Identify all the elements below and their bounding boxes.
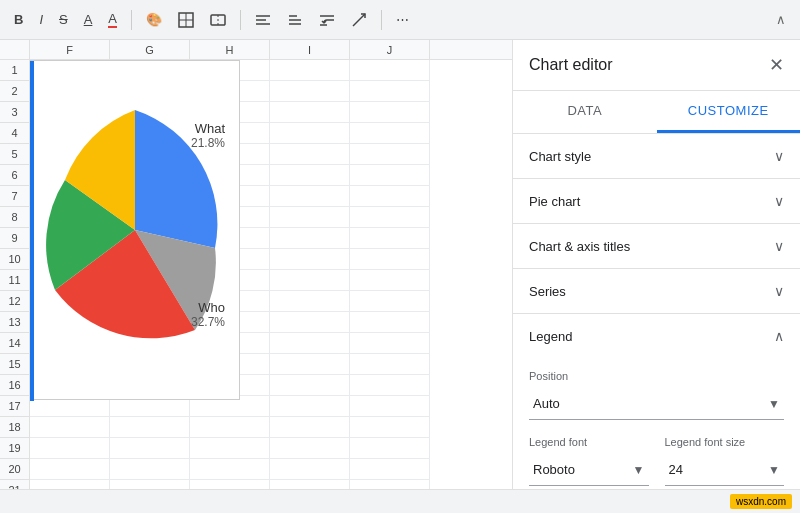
row-header-6[interactable]: 6 — [0, 165, 30, 186]
grid-cell[interactable] — [270, 354, 350, 375]
row-header-21[interactable]: 21 — [0, 480, 30, 489]
more-button[interactable]: ⋯ — [390, 8, 415, 31]
grid-cell[interactable] — [350, 438, 430, 459]
borders-button[interactable] — [172, 8, 200, 32]
grid-cell[interactable] — [350, 459, 430, 480]
tab-customize[interactable]: CUSTOMIZE — [657, 91, 801, 133]
grid-cell[interactable] — [350, 375, 430, 396]
grid-cell[interactable] — [350, 60, 430, 81]
text-color-button[interactable]: A — [102, 7, 123, 32]
grid-cell[interactable] — [270, 249, 350, 270]
row-header-3[interactable]: 3 — [0, 102, 30, 123]
grid-cell[interactable] — [190, 438, 270, 459]
grid-cell[interactable] — [350, 207, 430, 228]
italic-button[interactable]: I — [33, 8, 49, 31]
grid-cell[interactable] — [30, 438, 110, 459]
grid-cell[interactable] — [30, 417, 110, 438]
grid-cell[interactable] — [350, 81, 430, 102]
grid-cell[interactable] — [350, 228, 430, 249]
row-header-5[interactable]: 5 — [0, 144, 30, 165]
grid-cell[interactable] — [270, 417, 350, 438]
grid-cell[interactable] — [270, 291, 350, 312]
rotate-button[interactable] — [345, 8, 373, 32]
row-header-18[interactable]: 18 — [0, 417, 30, 438]
row-header-20[interactable]: 20 — [0, 459, 30, 480]
col-header-J[interactable]: J — [350, 40, 430, 59]
grid-cell[interactable] — [190, 480, 270, 489]
row-header-14[interactable]: 14 — [0, 333, 30, 354]
grid-cell[interactable] — [190, 459, 270, 480]
wrap-button[interactable] — [313, 8, 341, 32]
grid-cell[interactable] — [350, 165, 430, 186]
row-header-9[interactable]: 9 — [0, 228, 30, 249]
underline-button[interactable]: A — [78, 8, 99, 31]
grid-cell[interactable] — [350, 249, 430, 270]
row-header-7[interactable]: 7 — [0, 186, 30, 207]
grid-cell[interactable] — [30, 459, 110, 480]
grid-cell[interactable] — [350, 312, 430, 333]
grid-cell[interactable] — [110, 459, 190, 480]
grid-cell[interactable] — [270, 123, 350, 144]
row-header-19[interactable]: 19 — [0, 438, 30, 459]
row-header-1[interactable]: 1 — [0, 60, 30, 81]
grid-cell[interactable] — [270, 375, 350, 396]
paint-format-button[interactable]: 🎨 — [140, 8, 168, 31]
align-button[interactable] — [249, 10, 277, 30]
grid-cell[interactable] — [350, 102, 430, 123]
col-header-G[interactable]: G — [110, 40, 190, 59]
font-select[interactable]: Roboto Arial Times New Roman Verdana — [529, 454, 649, 486]
grid-cell[interactable] — [270, 396, 350, 417]
col-header-I[interactable]: I — [270, 40, 350, 59]
grid-cell[interactable] — [270, 186, 350, 207]
grid-cell[interactable] — [350, 396, 430, 417]
grid-cell[interactable] — [110, 417, 190, 438]
grid-cell[interactable] — [270, 144, 350, 165]
font-size-select[interactable]: 8101214 16182024 283236 — [665, 454, 785, 486]
grid-cell[interactable] — [270, 60, 350, 81]
grid-cell[interactable] — [110, 438, 190, 459]
grid-cell[interactable] — [350, 291, 430, 312]
editor-close-button[interactable]: ✕ — [769, 54, 784, 76]
chart-axis-titles-header[interactable]: Chart & axis titles ∨ — [513, 224, 800, 268]
spreadsheet[interactable]: F G H I J 1 2 3 4 5 6 7 8 9 10 11 12 13 … — [0, 40, 512, 489]
grid-cells[interactable]: What 21.8% Who 32.7% — [30, 60, 512, 489]
strikethrough-button[interactable]: S — [53, 8, 74, 31]
grid-cell[interactable] — [270, 438, 350, 459]
grid-cell[interactable] — [350, 333, 430, 354]
row-header-17[interactable]: 17 — [0, 396, 30, 417]
row-header-13[interactable]: 13 — [0, 312, 30, 333]
series-header[interactable]: Series ∨ — [513, 269, 800, 313]
tab-data[interactable]: DATA — [513, 91, 657, 133]
grid-cell[interactable] — [350, 123, 430, 144]
chart-container[interactable]: What 21.8% Who 32.7% — [30, 60, 240, 400]
grid-cell[interactable] — [270, 102, 350, 123]
grid-cell[interactable] — [270, 228, 350, 249]
grid-cell[interactable] — [110, 480, 190, 489]
grid-cell[interactable] — [350, 480, 430, 489]
col-header-H[interactable]: H — [190, 40, 270, 59]
collapse-button[interactable]: ∧ — [770, 8, 792, 31]
valign-button[interactable] — [281, 8, 309, 32]
grid-cell[interactable] — [270, 312, 350, 333]
row-header-12[interactable]: 12 — [0, 291, 30, 312]
grid-cell[interactable] — [270, 333, 350, 354]
bold-button[interactable]: B — [8, 8, 29, 31]
grid-cell[interactable] — [350, 270, 430, 291]
grid-cell[interactable] — [350, 144, 430, 165]
row-header-16[interactable]: 16 — [0, 375, 30, 396]
merge-button[interactable] — [204, 8, 232, 32]
grid-cell[interactable] — [350, 186, 430, 207]
col-header-F[interactable]: F — [30, 40, 110, 59]
grid-cell[interactable] — [30, 480, 110, 489]
grid-cell[interactable] — [270, 207, 350, 228]
grid-cell[interactable] — [190, 417, 270, 438]
position-select[interactable]: Auto Top Bottom Left Right None — [529, 388, 784, 420]
grid-cell[interactable] — [270, 270, 350, 291]
pie-chart-header[interactable]: Pie chart ∨ — [513, 179, 800, 223]
grid-cell[interactable] — [350, 417, 430, 438]
row-header-4[interactable]: 4 — [0, 123, 30, 144]
grid-cell[interactable] — [270, 459, 350, 480]
row-header-2[interactable]: 2 — [0, 81, 30, 102]
row-header-8[interactable]: 8 — [0, 207, 30, 228]
grid-cell[interactable] — [350, 354, 430, 375]
